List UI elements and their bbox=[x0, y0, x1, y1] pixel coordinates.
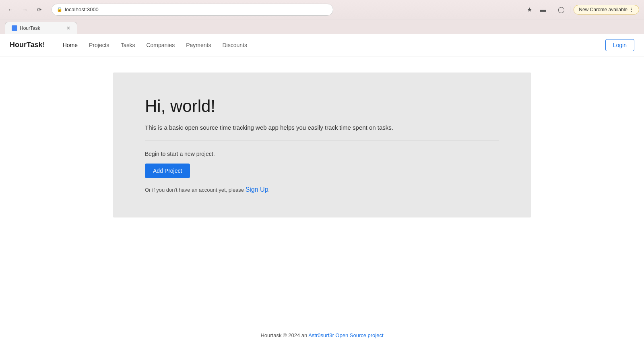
footer-text-prefix: Hourtask © 2024 an bbox=[260, 332, 308, 338]
lock-icon: 🔓 bbox=[57, 7, 62, 12]
new-chrome-label: New Chrome available bbox=[579, 7, 627, 12]
signup-suffix: . bbox=[268, 187, 270, 193]
main-content: Hi, world! This is a basic open source t… bbox=[0, 56, 644, 234]
nav-projects[interactable]: Projects bbox=[84, 39, 114, 51]
back-button[interactable]: ← bbox=[5, 4, 16, 15]
nav-payments[interactable]: Payments bbox=[181, 39, 216, 51]
tab-favicon bbox=[12, 25, 17, 31]
browser-right-icons: ★ ▬ ◯ New Chrome available ⋮ bbox=[524, 4, 639, 15]
tab-title: HourTask bbox=[20, 25, 40, 31]
signup-section: Or if you don't have an account yet, ple… bbox=[145, 186, 499, 193]
nav-discounts[interactable]: Discounts bbox=[218, 39, 252, 51]
divider bbox=[552, 6, 552, 13]
tab-close-icon[interactable]: ✕ bbox=[66, 25, 70, 31]
url-text: localhost:3000 bbox=[65, 6, 99, 12]
address-bar[interactable]: 🔓 localhost:3000 bbox=[52, 4, 333, 16]
divider2 bbox=[570, 6, 570, 13]
navbar: HourTask! Home Projects Tasks Companies … bbox=[0, 34, 644, 56]
hero-title: Hi, world! bbox=[145, 97, 499, 116]
bookmark-icon[interactable]: ★ bbox=[524, 4, 535, 15]
add-project-button[interactable]: Add Project bbox=[145, 164, 190, 178]
hero-description: This is a basic open source time trackin… bbox=[145, 124, 499, 131]
login-button[interactable]: Login bbox=[605, 39, 634, 51]
browser-top-bar: ← → ⟳ 🔓 localhost:3000 ★ ▬ ◯ New Chrome … bbox=[0, 0, 644, 19]
hero-card: Hi, world! This is a basic open source t… bbox=[113, 72, 531, 218]
browser-tab-bar: HourTask ✕ bbox=[0, 19, 644, 34]
active-tab[interactable]: HourTask ✕ bbox=[5, 22, 77, 34]
signup-link[interactable]: Sign Up bbox=[246, 186, 268, 193]
signup-prefix: Or if you don't have an account yet, ple… bbox=[145, 187, 246, 193]
nav-companies[interactable]: Companies bbox=[141, 39, 180, 51]
brand-logo[interactable]: HourTask! bbox=[10, 41, 45, 49]
nav-home[interactable]: Home bbox=[58, 39, 83, 51]
navbar-nav: Home Projects Tasks Companies Payments D… bbox=[58, 39, 605, 51]
hero-begin-text: Begin to start a new project. bbox=[145, 151, 499, 157]
profile-icon[interactable]: ◯ bbox=[555, 4, 567, 15]
extensions-icon[interactable]: ▬ bbox=[537, 4, 549, 15]
reload-button[interactable]: ⟳ bbox=[34, 4, 45, 15]
app-container: HourTask! Home Projects Tasks Companies … bbox=[0, 34, 644, 348]
footer: Hourtask © 2024 an Astr0surf3r Open Sour… bbox=[0, 323, 644, 348]
hero-divider bbox=[145, 141, 499, 141]
new-chrome-button[interactable]: New Chrome available ⋮ bbox=[574, 5, 639, 14]
forward-button[interactable]: → bbox=[19, 4, 31, 15]
nav-tasks[interactable]: Tasks bbox=[116, 39, 140, 51]
new-chrome-menu-icon: ⋮ bbox=[629, 7, 634, 12]
footer-link[interactable]: Astr0surf3r Open Source project bbox=[308, 332, 383, 338]
